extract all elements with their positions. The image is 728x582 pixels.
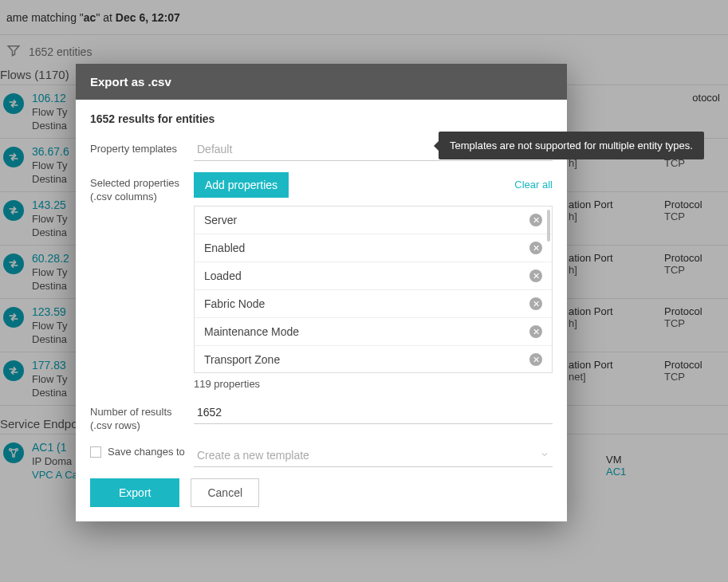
property-item: Server✕: [195, 206, 552, 234]
property-item: Transport Zone✕: [195, 346, 552, 373]
property-name: Transport Zone: [204, 353, 280, 366]
property-name: Maintenance Mode: [204, 325, 299, 338]
remove-property-icon[interactable]: ✕: [529, 269, 542, 282]
num-results-input[interactable]: [194, 401, 553, 424]
property-item: Enabled✕: [195, 234, 552, 262]
template-label: Property templates: [90, 138, 194, 156]
modal-title: Export as .csv: [76, 64, 567, 100]
remove-property-icon[interactable]: ✕: [529, 214, 542, 226]
property-name: Fabric Node: [204, 297, 265, 310]
selected-props-label: Selected properties (.csv columns): [90, 172, 194, 204]
save-template-select[interactable]: Create a new template: [194, 444, 553, 467]
results-count: 1652 results for entities: [90, 112, 553, 125]
scrollbar-thumb[interactable]: [547, 210, 550, 242]
remove-property-icon[interactable]: ✕: [529, 325, 542, 338]
export-button[interactable]: Export: [90, 478, 179, 507]
save-changes-label: Save changes to: [90, 444, 194, 459]
num-results-label: Number of results (.csv rows): [90, 401, 194, 433]
template-disabled-tooltip: Templates are not supported for multiple…: [439, 132, 704, 159]
remove-property-icon[interactable]: ✕: [529, 353, 542, 366]
property-name: Loaded: [204, 269, 242, 282]
property-item: Loaded✕: [195, 262, 552, 290]
chevron-down-icon: [540, 449, 549, 462]
property-name: Server: [204, 214, 237, 226]
add-properties-button[interactable]: Add properties: [194, 172, 289, 198]
remove-property-icon[interactable]: ✕: [529, 242, 542, 254]
property-item: Maintenance Mode✕: [195, 318, 552, 346]
cancel-button[interactable]: Cancel: [191, 478, 259, 507]
properties-list: Server✕Enabled✕Loaded✕Fabric Node✕Mainte…: [194, 206, 553, 373]
save-checkbox[interactable]: [90, 446, 101, 458]
property-name: Enabled: [204, 242, 245, 254]
clear-all-link[interactable]: Clear all: [514, 179, 553, 191]
property-item: Fabric Node✕: [195, 290, 552, 318]
remove-property-icon[interactable]: ✕: [529, 297, 542, 310]
properties-count: 119 properties: [194, 378, 553, 390]
